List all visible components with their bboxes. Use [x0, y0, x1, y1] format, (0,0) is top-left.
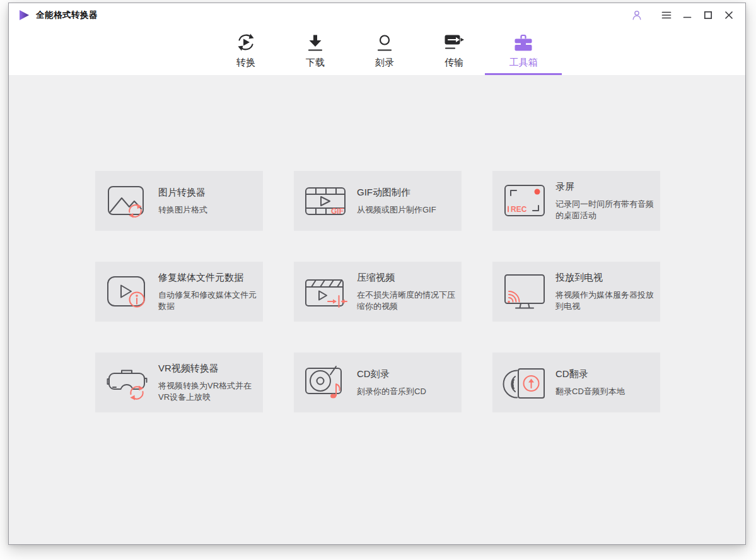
tool-card-description: 将视频转换为VR格式并在VR设备上放映: [158, 380, 263, 403]
tool-card-title: 图片转换器: [158, 187, 263, 199]
tool-card-cd-burn[interactable]: CD刻录 刻录你的音乐到CD: [294, 353, 462, 412]
nav-tab-burn[interactable]: 刻录: [350, 27, 419, 75]
tool-card-text: 修复媒体文件元数据 自动修复和修改媒体文件元数据: [158, 272, 263, 312]
nav-tab-label: 传输: [445, 57, 463, 69]
nav-tab-label: 刻录: [375, 57, 394, 69]
nav-tab-convert[interactable]: 转换: [211, 27, 281, 75]
nav-tab-toolbox[interactable]: 工具箱: [489, 27, 558, 75]
titlebar: 全能格式转换器: [9, 3, 745, 27]
tool-card-description: 转换图片格式: [158, 204, 263, 216]
tool-card-image-converter[interactable]: 图片转换器 转换图片格式: [95, 171, 263, 231]
nav-tab-label: 转换: [236, 57, 255, 69]
cd-burn-icon: [303, 363, 349, 403]
nav-tab-label: 工具箱: [509, 57, 538, 69]
cast-to-tv-icon: [502, 272, 547, 312]
window-title: 全能格式转换器: [36, 9, 98, 21]
nav-tab-label: 下载: [306, 57, 325, 69]
gif-maker-icon: [303, 181, 349, 221]
tool-card-cast-to-tv[interactable]: 投放到电视 将视频作为媒体服务器投放到电视: [492, 262, 660, 322]
fix-metadata-icon: [105, 272, 150, 312]
download-icon: [305, 33, 326, 53]
account-button[interactable]: [629, 8, 644, 23]
tool-card-gif-maker[interactable]: GIF动图制作 从视频或图片制作GIF: [294, 171, 462, 231]
vr-converter-icon: [105, 363, 150, 403]
tool-card-vr-converter[interactable]: VR视频转换器 将视频转换为VR格式并在VR设备上放映: [95, 353, 263, 412]
burn-icon: [374, 33, 395, 53]
tool-card-text: CD翻录 翻录CD音频到本地: [555, 368, 660, 397]
tool-card-screen-record[interactable]: 录屏 记录同一时间所有带有音频的桌面活动: [492, 171, 660, 231]
nav-tabs: 转换 下载 刻录 传输 工具箱: [211, 27, 558, 75]
tool-card-text: GIF动图制作 从视频或图片制作GIF: [357, 187, 462, 216]
app-window: 全能格式转换器 转换 下载 刻录 传输 工具箱: [8, 3, 746, 545]
tool-card-description: 从视频或图片制作GIF: [357, 204, 462, 216]
close-button[interactable]: [721, 8, 736, 23]
minimize-button[interactable]: [680, 8, 695, 23]
main-nav: 转换 下载 刻录 传输 工具箱: [9, 27, 745, 75]
close-icon: [723, 9, 735, 21]
tool-card-compress-video[interactable]: 压缩视频 在不损失清晰度的情况下压缩你的视频: [294, 262, 462, 322]
tool-card-title: 压缩视频: [357, 272, 462, 284]
maximize-icon: [702, 9, 714, 21]
tool-card-title: GIF动图制作: [357, 187, 462, 199]
convert-icon: [235, 33, 257, 53]
app-logo-icon: [18, 9, 30, 21]
menu-icon: [660, 9, 673, 21]
transfer-icon: [443, 33, 465, 53]
tool-card-title: 修复媒体文件元数据: [158, 272, 263, 284]
compress-video-icon: [303, 272, 349, 312]
account-icon: [631, 9, 643, 21]
tool-card-description: 自动修复和修改媒体文件元数据: [158, 289, 263, 312]
tool-card-text: 投放到电视 将视频作为媒体服务器投放到电视: [555, 272, 660, 312]
cd-rip-icon: [502, 363, 547, 403]
tool-card-text: VR视频转换器 将视频转换为VR格式并在VR设备上放映: [158, 363, 263, 403]
tool-card-description: 刻录你的音乐到CD: [357, 386, 462, 397]
tool-card-title: 投放到电视: [555, 272, 660, 284]
tool-card-description: 翻录CD音频到本地: [555, 386, 660, 397]
tool-card-title: VR视频转换器: [158, 363, 263, 375]
tool-card-text: 压缩视频 在不损失清晰度的情况下压缩你的视频: [357, 272, 462, 312]
tool-card-text: CD刻录 刻录你的音乐到CD: [357, 368, 462, 397]
nav-tab-transfer[interactable]: 传输: [419, 27, 489, 75]
tool-card-text: 录屏 记录同一时间所有带有音频的桌面活动: [555, 181, 660, 221]
tool-card-title: 录屏: [555, 181, 660, 193]
active-tab-indicator: [485, 73, 562, 75]
image-converter-icon: [105, 181, 150, 221]
tool-card-fix-metadata[interactable]: 修复媒体文件元数据 自动修复和修改媒体文件元数据: [95, 262, 263, 322]
tool-card-description: 记录同一时间所有带有音频的桌面活动: [555, 199, 660, 221]
toolbox-panel: 图片转换器 转换图片格式 GIF动图制作 从视频或图片制作GIF 录屏 记录同一…: [9, 75, 745, 544]
menu-button[interactable]: [659, 8, 674, 23]
screen-record-icon: [502, 181, 547, 221]
tool-card-grid: 图片转换器 转换图片格式 GIF动图制作 从视频或图片制作GIF 录屏 记录同一…: [95, 171, 745, 412]
tool-card-text: 图片转换器 转换图片格式: [158, 187, 263, 216]
tool-card-cd-rip[interactable]: CD翻录 翻录CD音频到本地: [492, 353, 660, 412]
maximize-button[interactable]: [701, 8, 716, 23]
minimize-icon: [681, 9, 694, 21]
tool-card-title: CD翻录: [555, 368, 660, 380]
tool-card-description: 将视频作为媒体服务器投放到电视: [555, 289, 660, 312]
toolbox-icon: [513, 33, 534, 53]
tool-card-description: 在不损失清晰度的情况下压缩你的视频: [357, 289, 462, 312]
titlebar-controls: [629, 8, 736, 23]
tool-card-title: CD刻录: [357, 368, 462, 380]
nav-tab-download[interactable]: 下载: [281, 27, 350, 75]
